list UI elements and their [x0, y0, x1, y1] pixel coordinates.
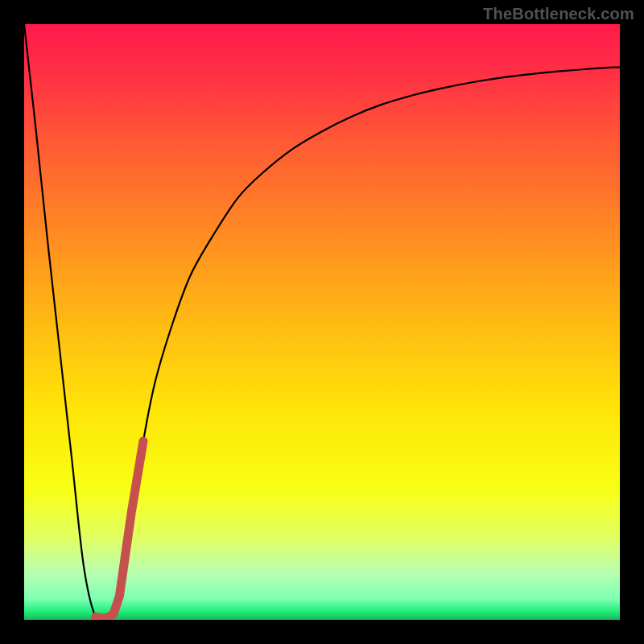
- bottleneck-curve: [24, 24, 620, 620]
- outer-frame: TheBottleneck.com: [0, 0, 644, 644]
- attribution-text: TheBottleneck.com: [483, 5, 634, 23]
- curve-layer: [24, 24, 620, 620]
- plot-area: [24, 24, 620, 620]
- highlight-segment: [96, 441, 143, 618]
